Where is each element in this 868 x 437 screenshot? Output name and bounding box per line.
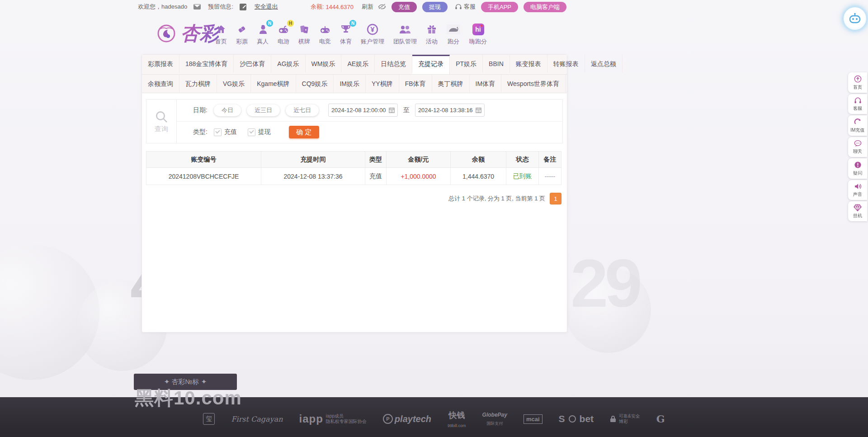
withdraw-checkbox[interactable] [248,128,255,136]
tab-fb-sport[interactable]: FB体育 [399,75,432,93]
nav-item-esports[interactable]: 电竞 [315,23,335,46]
nav-item-promotions[interactable]: 活动 [421,23,442,46]
nav-item-account[interactable]: 账户管理 [356,23,389,46]
calendar-icon[interactable] [476,107,481,113]
sidebar-item-chat[interactable]: 聊天 [848,137,867,157]
decor-digit-right: 29 [571,244,639,323]
mail-icon[interactable] [193,4,201,10]
query-side: 查询 [146,100,177,143]
nav-item-paofen[interactable]: 跑分 [442,23,465,46]
calendar-icon[interactable] [389,107,395,113]
headset-icon [854,97,862,104]
records-table: 账变编号 充提时间 类型 金额/元 余额 状态 备注 20241208VBCHC… [146,151,561,185]
table-row: 20241208VBCHCECFJE 2024-12-08 13:37:36 充… [146,168,561,185]
tab-wali-chess[interactable]: 瓦力棋牌 [179,75,217,93]
sidebar-item-afk[interactable]: 挂机 [848,201,867,221]
nav-item-home[interactable]: 首页 [211,23,231,46]
tab-wesports[interactable]: Wesports世界体育 [501,75,566,93]
col-account-change-id: 账变编号 [146,152,261,168]
badge-h: H [287,20,294,27]
partner-gamcare-logo: G [656,413,665,425]
tab-188-sport[interactable]: 188金宝博体育 [179,55,234,73]
lock-icon [610,415,616,423]
partner-sbet-logo: Sbet [559,413,594,424]
cell-type: 充值 [365,168,387,185]
tab-kgame[interactable]: Kgame棋牌 [251,75,296,93]
tab-bbin[interactable]: BBIN [483,55,510,73]
col-memo: 备注 [539,152,561,168]
cell-status: 已到账 [506,168,539,185]
assistant-button[interactable] [843,6,867,31]
tab-yy-chess[interactable]: YY棋牌 [366,75,399,93]
page: 4 29 ✦ 杏彩№标 ✦ 黑料10.com 欢迎您，hadesado 预留信息… [0,0,868,437]
type-label: 类型: [193,128,208,136]
tab-daily-summary[interactable]: 日结总览 [375,55,412,73]
sidebar-item-im-recharge[interactable]: IM充值 [848,115,867,136]
hi-app-icon: hi [472,24,484,35]
quick-today-button[interactable]: 今日 [214,104,241,116]
robot-icon [848,13,862,24]
tab-aoding-chess[interactable]: 奥丁棋牌 [432,75,470,93]
sidebar-item-question[interactable]: 疑问 [848,158,867,179]
cell-amount: +1,000.0000 [387,168,451,185]
deposit-button[interactable]: 充值 [392,2,417,12]
tab-vg[interactable]: VG娱乐 [217,75,251,93]
tab-ag[interactable]: AG娱乐 [271,55,305,73]
refresh-button[interactable]: 刷新 [362,3,373,11]
mobile-app-button[interactable]: 手机APP [481,2,518,12]
tabs-row-1: 彩票报表 188金宝博体育 沙巴体育 AG娱乐 WM娱乐 AE娱乐 日结总览 充… [142,55,567,75]
sidebar-item-service[interactable]: 客服 [848,94,867,114]
tab-account-change-report[interactable]: 账变报表 [510,55,547,73]
main-nav: 首页 彩票 N 真人 H 电游 棋牌 电竞 N 体育 账户管理 [211,23,491,46]
sidebar-item-sound[interactable]: 声音 [848,180,867,200]
quick-7days-button[interactable]: 近七日 [286,104,319,116]
tab-im-sport[interactable]: IM体育 [470,75,502,93]
tab-wm[interactable]: WM娱乐 [306,55,342,73]
col-amount: 金额/元 [387,152,451,168]
pc-client-button[interactable]: 电脑客户端 [524,2,566,12]
tab-transfer-report[interactable]: 转账报表 [547,55,585,73]
date-label: 日期: [193,106,208,114]
eye-off-icon[interactable] [378,4,386,10]
table-header-row: 账变编号 充提时间 类型 金额/元 余额 状态 备注 [146,152,561,168]
query-box: 查询 日期: 今日 近三日 近七日 2024-12-08 12:00:00 至 … [146,99,563,143]
tab-rebate-total[interactable]: 返点总额 [585,55,623,73]
badge-n: N [349,20,356,27]
deposit-checkbox[interactable] [214,128,222,136]
ticket-icon [236,24,247,35]
date-to-input[interactable]: 2024-12-08 13:38:16 [415,104,485,117]
partner-iapp-logo: iapp iapp成员隐私权专家国际协会 [299,413,367,425]
tab-balance-query[interactable]: 余额查询 [142,75,179,93]
confirm-button[interactable]: 确 定 [289,126,319,138]
partner-seal-logo: 玺 [203,413,215,425]
chat-bubble-icon [854,140,862,147]
logout-link[interactable]: 安全退出 [255,3,278,11]
nav-item-hi-paofen[interactable]: hi 嗨跑分 [465,23,491,46]
nav-item-live-casino[interactable]: N 真人 [252,23,273,46]
customer-service-link[interactable]: 客服 [455,3,476,11]
tab-lottery-report[interactable]: 彩票报表 [142,55,179,73]
nav-item-slots[interactable]: H 电游 [273,23,294,46]
tab-pt[interactable]: PT娱乐 [450,55,483,73]
tab-cq9[interactable]: CQ9娱乐 [296,75,334,93]
nav-item-sports[interactable]: N 体育 [335,23,356,46]
tab-shaba-sport[interactable]: 沙巴体育 [234,55,271,73]
tab-deposit-withdraw-records[interactable]: 充提记录 [412,55,450,74]
sidebar-item-home[interactable]: 首页 [848,72,867,93]
date-from-input[interactable]: 2024-12-08 12:00:00 [328,104,398,117]
tabs-row-2: 余额查询 瓦力棋牌 VG娱乐 Kgame棋牌 CQ9娱乐 IM娱乐 YY棋牌 F… [142,75,567,93]
quick-3days-button[interactable]: 近三日 [247,104,280,116]
exclamation-circle-icon [854,161,862,169]
nav-item-lottery[interactable]: 彩票 [231,23,252,46]
edit-icon[interactable] [240,4,246,10]
page-1-button[interactable]: 1 [550,193,561,204]
tab-ae[interactable]: AE娱乐 [341,55,375,73]
col-time: 充提时间 [261,152,365,168]
partner-playtech-logo: Pplaytech [383,414,431,424]
site-logo[interactable]: 杏彩 [156,21,219,46]
withdraw-button[interactable]: 提现 [422,2,448,12]
tab-im-casino[interactable]: IM娱乐 [334,75,366,93]
nav-item-card-games[interactable]: 棋牌 [294,23,315,46]
footer: 玺 First Cagayan iapp iapp成员隐私权专家国际协会 Ppl… [0,397,868,437]
nav-item-team[interactable]: 团队管理 [389,23,421,46]
